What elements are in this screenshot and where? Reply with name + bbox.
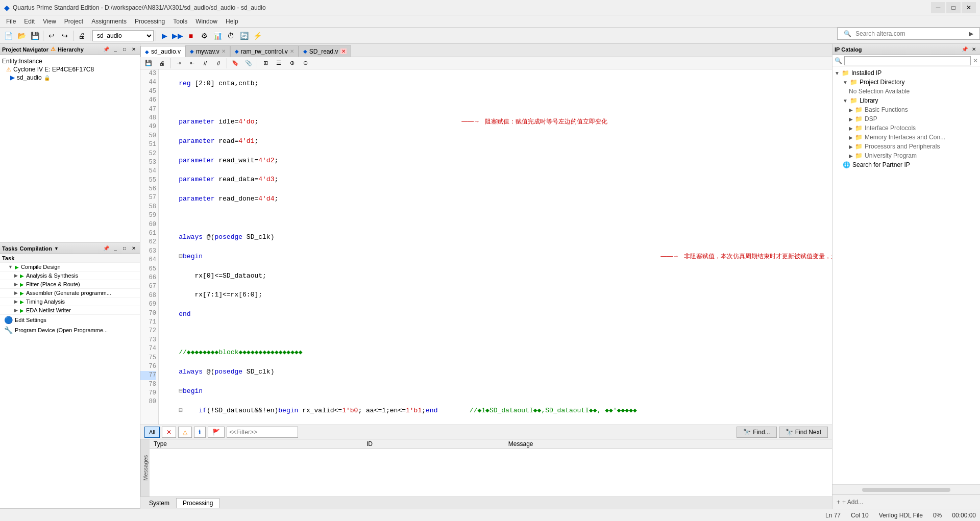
find-next-button[interactable]: 🔭 Find Next: [779, 427, 828, 438]
ip-project-directory[interactable]: ▼ 📁 Project Directory: [835, 78, 978, 87]
code-print-btn[interactable]: 🖨: [156, 57, 168, 69]
ip-installed-ip[interactable]: ▼ 📁 Installed IP: [835, 68, 978, 78]
task-analysis-synthesis[interactable]: ▶ ▶ Analysis & Synthesis: [0, 271, 140, 280]
tab-sd-audio[interactable]: ◆ sd_audio.v: [140, 46, 185, 57]
netlist-button[interactable]: 📊: [211, 30, 224, 42]
task-compile-design[interactable]: ▼ ▶ Compile Design: [0, 263, 140, 271]
maximize-button[interactable]: □: [946, 2, 961, 13]
titlebar-controls[interactable]: ─ □ ✕: [931, 2, 976, 13]
tasks-max-button[interactable]: □: [120, 244, 129, 253]
find-button[interactable]: 🔭 Find...: [737, 427, 776, 438]
ip-basic-functions[interactable]: ▶ 📁 Basic Functions: [835, 105, 978, 114]
tasks-close-button[interactable]: ✕: [130, 244, 138, 253]
menu-window[interactable]: Window: [191, 17, 222, 26]
ip-processors-label: Processors and Peripherals: [865, 143, 940, 150]
tab-close-3[interactable]: ✕: [290, 48, 294, 54]
filter-info-button[interactable]: ℹ: [194, 427, 206, 438]
filter-input[interactable]: [227, 427, 298, 438]
code-collapse-btn[interactable]: ⊖: [299, 57, 311, 69]
task-edit-settings[interactable]: 🔵 Edit Settings: [0, 315, 140, 325]
ip-interface-protocols[interactable]: ▶ 📁 Interface Protocols: [835, 123, 978, 133]
code-editor[interactable]: 43 44 45 46 47 48 49 50 51 52 53 54 55 5…: [140, 69, 832, 425]
tab-sd-read[interactable]: ◆ SD_read.v ✕: [299, 45, 351, 57]
tasks-pin-button[interactable]: 📌: [102, 244, 110, 253]
maximize-panel-button[interactable]: □: [120, 45, 129, 54]
menu-tools[interactable]: Tools: [169, 17, 191, 26]
tab-label-3: ram_rw_control.v: [241, 48, 288, 55]
ip-clear-icon[interactable]: ✕: [973, 57, 978, 64]
nav-item-device[interactable]: ⚠ Cyclone IV E: EP4CE6F17C8: [2, 65, 138, 73]
code-bookmark-btn[interactable]: 🔖: [229, 57, 241, 69]
code-comment-btn[interactable]: //: [199, 57, 211, 69]
task-assembler[interactable]: ▶ ▶ Assembler (Generate programm...: [0, 289, 140, 297]
ip-processors[interactable]: ▶ 📁 Processors and Peripherals: [835, 142, 978, 151]
filter-suppress-button[interactable]: 🚩: [208, 427, 225, 438]
tab-close-2[interactable]: ✕: [222, 48, 226, 54]
search-input[interactable]: [855, 30, 965, 37]
menu-view[interactable]: View: [39, 17, 60, 26]
task-fitter[interactable]: ▶ ▶ Fitter (Place & Route): [0, 280, 140, 289]
tasks-dropdown-icon[interactable]: ▼: [54, 246, 59, 251]
filter-warning-button[interactable]: △: [178, 427, 192, 438]
tasks-min-button[interactable]: _: [111, 244, 119, 253]
tab-processing[interactable]: Processing: [176, 498, 219, 508]
filter-error-button[interactable]: ✕: [162, 427, 176, 438]
menu-edit[interactable]: Edit: [20, 17, 39, 26]
nav-item-entity[interactable]: Entity:Instance: [2, 57, 138, 65]
open-button[interactable]: 📂: [15, 30, 28, 42]
tab-mywav[interactable]: ◆ mywav.v ✕: [185, 45, 230, 57]
rtl-view-button[interactable]: ⚙: [198, 30, 210, 42]
nav-item-project[interactable]: ▶ sd_audio 🔒: [2, 73, 138, 82]
ip-close-btn[interactable]: ✕: [970, 45, 978, 54]
minimize-panel-button[interactable]: _: [111, 45, 119, 54]
undo-button[interactable]: ↩: [45, 30, 58, 42]
task-eda[interactable]: ▶ ▶ EDA Netlist Writer: [0, 306, 140, 315]
close-panel-button[interactable]: ✕: [130, 45, 138, 54]
stop-button[interactable]: ■: [185, 30, 197, 42]
pin-button[interactable]: 📌: [102, 45, 110, 54]
code-save-btn[interactable]: 💾: [142, 57, 155, 69]
power-button[interactable]: ⚡: [251, 30, 263, 42]
ip-pin-btn[interactable]: 📌: [961, 45, 969, 54]
ip-university-program[interactable]: ▶ 📁 University Program: [835, 151, 978, 160]
ip-dsp[interactable]: ▶ 📁 DSP: [835, 114, 978, 123]
menu-processing[interactable]: Processing: [131, 17, 169, 26]
filter-all-button[interactable]: All: [144, 427, 160, 438]
ip-search-partner[interactable]: 🌐 Search for Partner IP: [835, 160, 978, 169]
code-indent-btn[interactable]: ⇥: [173, 57, 185, 69]
save-button[interactable]: 💾: [29, 30, 41, 42]
ip-library[interactable]: ▼ 📁 Library: [835, 96, 978, 105]
menu-project[interactable]: Project: [60, 17, 87, 26]
tab-close-4[interactable]: ✕: [340, 48, 347, 54]
code-uncomment-btn[interactable]: //: [212, 57, 225, 69]
search-go-icon[interactable]: ▶: [965, 29, 977, 38]
new-file-button[interactable]: 📄: [2, 30, 14, 42]
ip-memory-interfaces[interactable]: ▶ 📁 Memory Interfaces and Con...: [835, 133, 978, 142]
add-ip-button[interactable]: + + Add...: [837, 499, 863, 506]
messages-side-label[interactable]: Messages: [140, 439, 150, 497]
print-button[interactable]: 🖨: [76, 30, 88, 42]
minimize-button[interactable]: ─: [931, 2, 945, 13]
code-list-btn[interactable]: ☰: [273, 57, 285, 69]
ip-search-input[interactable]: [844, 56, 971, 65]
code-line-50: [163, 214, 828, 224]
code-expand-btn[interactable]: ⊕: [286, 57, 298, 69]
redo-button[interactable]: ↪: [59, 30, 71, 42]
code-attach-btn[interactable]: 📎: [242, 57, 255, 69]
menu-assignments[interactable]: Assignments: [87, 17, 131, 26]
project-selector[interactable]: sd_audio: [92, 30, 154, 41]
tab-system[interactable]: System: [142, 498, 176, 508]
sim-button[interactable]: 🔄: [238, 30, 250, 42]
start-button[interactable]: ▶▶: [172, 30, 184, 42]
close-button[interactable]: ✕: [962, 2, 976, 13]
code-unindent-btn[interactable]: ⇤: [186, 57, 198, 69]
compile-button[interactable]: ▶: [158, 30, 170, 42]
menu-file[interactable]: File: [2, 17, 20, 26]
task-timing[interactable]: ▶ ▶ Timing Analysis: [0, 297, 140, 306]
task-program-device[interactable]: 🔧 Program Device (Open Programme...: [0, 325, 140, 335]
timing-button[interactable]: ⏱: [225, 30, 237, 42]
tab-ram[interactable]: ◆ ram_rw_control.v ✕: [230, 45, 299, 57]
menu-help[interactable]: Help: [222, 17, 242, 26]
code-content[interactable]: reg [2:0] cnta,cntb; parameter idle=4'do…: [159, 69, 832, 425]
code-grid-btn[interactable]: ⊞: [259, 57, 272, 69]
